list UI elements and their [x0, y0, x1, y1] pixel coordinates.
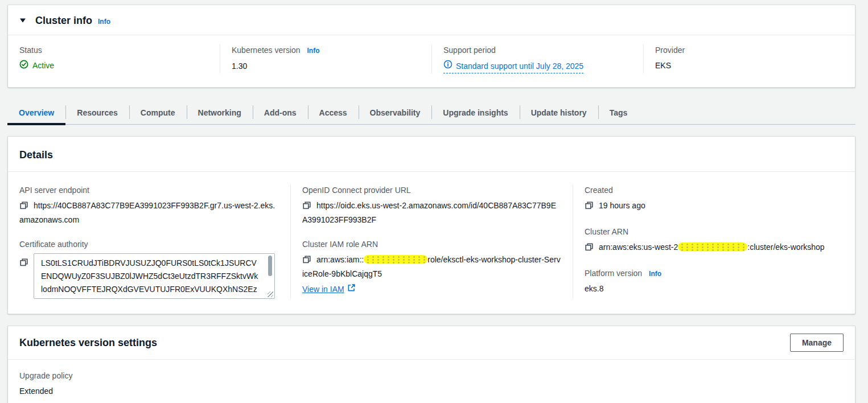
cluster-info-info-link[interactable]: Info	[98, 18, 110, 26]
upgrade-policy-value: Extended	[19, 385, 844, 397]
provider-column: Provider EKS	[643, 44, 855, 73]
copy-icon[interactable]	[585, 201, 594, 213]
cluster-info-grid: Status Active Kubernetes version Info 1.…	[8, 35, 855, 87]
certificate-authority-label: Certificate authority	[19, 238, 279, 250]
created-field: Created 19 hours ago	[585, 184, 844, 213]
oidc-provider-label: OpenID Connect provider URL	[302, 184, 561, 196]
cluster-info-title: Cluster info	[35, 14, 92, 27]
created-value: 19 hours ago	[599, 201, 645, 210]
support-period-link-text: Standard support until July 28, 2025	[456, 60, 583, 72]
kubernetes-version-settings-title: Kubernetes version settings	[19, 336, 157, 349]
view-in-iam-link-text: View in IAM	[302, 283, 344, 295]
tab-networking[interactable]: Networking	[187, 102, 253, 124]
api-endpoint-field: API server endpoint https://40CB887A83C7…	[19, 184, 279, 226]
tab-access[interactable]: Access	[308, 102, 359, 124]
details-grid: API server endpoint https://40CB887A83C7…	[8, 172, 855, 314]
kubernetes-version-column: Kubernetes version Info 1.30	[220, 44, 431, 73]
api-endpoint-label: API server endpoint	[19, 184, 279, 196]
external-link-icon	[347, 283, 356, 295]
cluster-arn-label: Cluster ARN	[585, 226, 844, 237]
cluster-arn-prefix: arn:aws:eks:us-west-2	[599, 242, 678, 252]
platform-version-label: Platform version	[585, 269, 642, 278]
tab-tags[interactable]: Tags	[598, 102, 639, 124]
kubernetes-version-label-row: Kubernetes version Info	[232, 44, 420, 56]
kubernetes-version-settings-card: Kubernetes version settings Manage Upgra…	[7, 326, 855, 403]
details-title: Details	[19, 148, 844, 162]
support-period-label: Support period	[443, 44, 632, 56]
cluster-arn-field: Cluster ARN arn:aws:eks:us-west-2:cluste…	[585, 226, 844, 255]
cluster-arn-suffix: :cluster/eks-workshop	[747, 242, 824, 252]
tab-update-history[interactable]: Update history	[520, 102, 598, 124]
tab-observability[interactable]: Observability	[359, 102, 432, 124]
support-period-link[interactable]: Standard support until July 28, 2025	[443, 60, 583, 73]
redacted-account-id	[364, 255, 427, 264]
tab-compute[interactable]: Compute	[129, 102, 187, 124]
copy-icon[interactable]	[585, 242, 594, 255]
platform-version-label-row: Platform version Info	[585, 268, 844, 279]
status-badge: Active	[19, 60, 54, 71]
cluster-iam-role-arn-prefix: arn:aws:iam::	[316, 255, 364, 264]
created-label: Created	[585, 184, 844, 196]
tab-bar: Overview Resources Compute Networking Ad…	[7, 102, 855, 125]
check-circle-icon	[19, 60, 28, 71]
cluster-iam-role-label: Cluster IAM role ARN	[302, 238, 561, 250]
details-column-2: OpenID Connect provider URL https://oidc…	[290, 184, 573, 299]
oidc-provider-value: https://oidc.eks.us-west-2.amazonaws.com…	[302, 201, 556, 224]
view-in-iam-link[interactable]: View in IAM	[302, 283, 356, 295]
textarea-resize-handle[interactable]	[268, 291, 273, 297]
certificate-authority-textarea[interactable]: LS0tLS1CRUdJTiBDRVJUSUZJQ0FURS0tLS0tCk1J…	[34, 253, 275, 299]
provider-value: EKS	[655, 60, 844, 71]
certificate-authority-value: LS0tLS1CRUdJTiBDRVJUSUZJQ0FURS0tLS0tCk1J…	[41, 258, 258, 299]
kubernetes-version-label: Kubernetes version	[232, 46, 301, 55]
collapse-caret-icon[interactable]	[19, 16, 26, 25]
details-header: Details	[8, 137, 855, 172]
platform-version-info-link[interactable]: Info	[649, 270, 661, 278]
cluster-info-card: Cluster info Info Status Active Kubernet…	[7, 5, 855, 88]
status-column: Status Active	[8, 44, 220, 73]
api-endpoint-value: https://40CB887A83C77B9EA3991023FF993B2F…	[19, 201, 275, 224]
cluster-info-header: Cluster info Info	[8, 5, 855, 35]
platform-version-value: eks.8	[585, 283, 844, 294]
status-label: Status	[19, 44, 208, 56]
copy-icon[interactable]	[19, 201, 28, 213]
status-value: Active	[32, 61, 54, 70]
details-column-1: API server endpoint https://40CB887A83C7…	[8, 184, 290, 299]
upgrade-policy-label: Upgrade policy	[19, 370, 844, 381]
textarea-scrollbar-thumb[interactable]	[268, 256, 272, 276]
tab-add-ons[interactable]: Add-ons	[253, 102, 308, 124]
manage-button[interactable]: Manage	[790, 334, 844, 352]
cluster-iam-role-field: Cluster IAM role ARN arn:aws:iam::role/e…	[302, 238, 561, 295]
kubernetes-version-info-link[interactable]: Info	[307, 47, 320, 55]
oidc-provider-field: OpenID Connect provider URL https://oidc…	[302, 184, 561, 226]
info-circle-icon	[443, 60, 452, 72]
details-column-3: Created 19 hours ago Cluster ARN arn:aws…	[573, 184, 855, 299]
copy-icon[interactable]	[302, 201, 311, 213]
provider-label: Provider	[655, 44, 844, 56]
details-card: Details API server endpoint https://40CB…	[7, 136, 855, 314]
platform-version-field: Platform version Info eks.8	[585, 268, 844, 294]
redacted-account-id	[678, 242, 747, 251]
copy-icon[interactable]	[302, 255, 311, 268]
tab-resources[interactable]: Resources	[65, 102, 129, 124]
certificate-authority-field: Certificate authority LS0tLS1CRUdJTiBDRV…	[19, 238, 279, 299]
kubernetes-version-value: 1.30	[232, 60, 420, 72]
kubernetes-version-settings-header: Kubernetes version settings Manage	[8, 326, 855, 360]
support-period-column: Support period Standard support until Ju…	[431, 44, 643, 73]
kubernetes-version-settings-body: Upgrade policy Extended	[8, 360, 855, 403]
copy-icon[interactable]	[19, 258, 28, 269]
tab-upgrade-insights[interactable]: Upgrade insights	[431, 102, 519, 124]
tab-overview[interactable]: Overview	[7, 102, 65, 124]
